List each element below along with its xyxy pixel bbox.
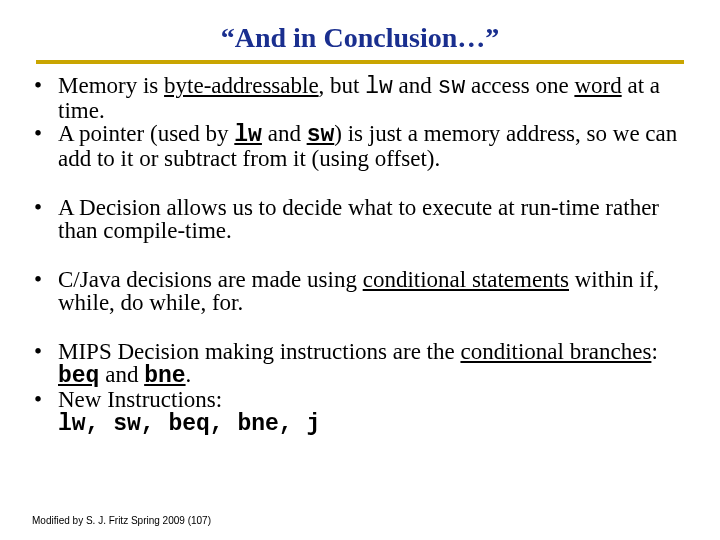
code-lw: lw [234, 122, 262, 148]
slide-title: “And in Conclusion…” [28, 22, 692, 54]
spacer [28, 242, 692, 268]
text: C/Java decisions are made using [58, 267, 363, 292]
text: . [186, 362, 192, 387]
text: A Decision allows us to decide what to e… [58, 195, 659, 243]
bullet-2: A pointer (used by lw and sw) is just a … [28, 122, 692, 170]
spacer [28, 170, 692, 196]
underline-byte-addressable: byte-addressable [164, 73, 319, 98]
divider-rule [36, 60, 684, 64]
bullet-list: Memory is byte-addressable, but lw and s… [28, 74, 692, 436]
code-sw: sw [307, 122, 335, 148]
rule-wrap [36, 60, 684, 64]
underline-word: word [574, 73, 621, 98]
text: MIPS Decision making instructions are th… [58, 339, 460, 364]
code-lw: lw [365, 74, 393, 100]
text: access one [465, 73, 574, 98]
code-bne: bne [144, 363, 185, 389]
code-instruction-list: lw, sw, beq, bne, j [58, 411, 692, 436]
text: and [99, 362, 144, 387]
bullet-3: A Decision allows us to decide what to e… [28, 196, 692, 242]
underline-conditional-branches: conditional branches [460, 339, 651, 364]
spacer [28, 314, 692, 340]
code-sw: sw [438, 74, 466, 100]
text: and [262, 121, 307, 146]
slide: “And in Conclusion…” Memory is byte-addr… [0, 0, 720, 540]
bullet-1: Memory is byte-addressable, but lw and s… [28, 74, 692, 122]
bullet-5: MIPS Decision making instructions are th… [28, 340, 692, 388]
footer-credit: Modified by S. J. Fritz Spring 2009 (107… [32, 515, 211, 526]
code-beq: beq [58, 363, 99, 389]
bullet-6: New Instructions: lw, sw, beq, bne, j [28, 388, 692, 436]
text: , but [319, 73, 366, 98]
text: A pointer (used by [58, 121, 234, 146]
underline-conditional-statements: conditional statements [363, 267, 569, 292]
text: : [651, 339, 657, 364]
text: New Instructions: [58, 387, 222, 412]
bullet-4: C/Java decisions are made using conditio… [28, 268, 692, 314]
text: and [393, 73, 438, 98]
text: Memory is [58, 73, 164, 98]
